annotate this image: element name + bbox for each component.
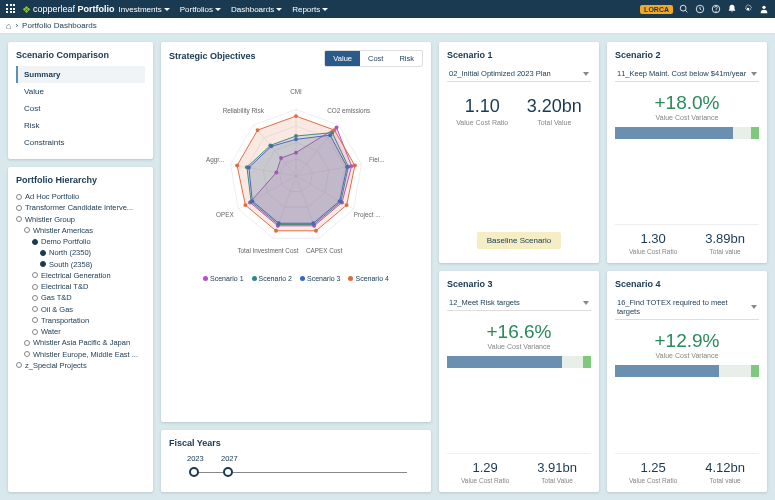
tree-node[interactable]: Ad Hoc Portfolio	[16, 191, 145, 202]
svg-point-67	[235, 164, 239, 168]
tree-node[interactable]: Whistler Europe, Middle East ...	[16, 349, 145, 360]
value-cost-variance: +16.6%	[447, 321, 591, 343]
tree-bullet-icon	[16, 194, 22, 200]
tree-bullet-icon	[40, 261, 46, 267]
chevron-down-icon	[751, 72, 757, 76]
variance-bar	[615, 127, 759, 139]
scenario-selector[interactable]: 16_Find TOTEX required to meet targets	[615, 295, 759, 320]
chevron-down-icon	[583, 72, 589, 76]
tree-node[interactable]: Electrical Generation	[16, 270, 145, 281]
total-value: 3.89bn	[705, 231, 745, 246]
scenario-selector[interactable]: 11_Keep Maint. Cost below $41m/year	[615, 66, 759, 82]
legend-item[interactable]: Scenario 4	[348, 275, 388, 282]
legend-dot-icon	[252, 276, 257, 281]
radar-chart: CMICO2 emissionsFiel...Project ...CAPEX …	[169, 71, 423, 271]
scenario-selector[interactable]: 12_Meet Risk targets	[447, 295, 591, 311]
legend-item[interactable]: Scenario 2	[252, 275, 292, 282]
gear-icon[interactable]	[743, 4, 753, 14]
svg-point-64	[314, 229, 318, 233]
variance-bar	[615, 365, 759, 377]
logo-icon: ❖	[22, 4, 31, 15]
year-slider[interactable]: 2023 2027	[169, 454, 423, 484]
tab-cost[interactable]: Cost	[360, 51, 391, 66]
chart-tabs: Value Cost Risk	[324, 50, 423, 67]
scenario-title: Scenario 3	[447, 279, 591, 289]
tree-node[interactable]: North (2350)	[16, 247, 145, 258]
legend-item[interactable]: Scenario 1	[203, 275, 243, 282]
tree-node[interactable]: Whistler Group	[16, 214, 145, 225]
user-icon[interactable]	[759, 4, 769, 14]
baseline-badge: Baseline Scenario	[477, 232, 561, 249]
portfolio-hierarchy-panel: Portfolio Hierarchy Ad Hoc PortfolioTran…	[8, 167, 153, 492]
breadcrumb: ⌂ › Portfolio Dashboards	[0, 18, 775, 34]
svg-text:Reliability Risk: Reliability Risk	[223, 107, 265, 115]
scenario-selector[interactable]: 02_Initial Optimized 2023 Plan	[447, 66, 591, 82]
menu-portfolios[interactable]: Portfolios	[180, 5, 221, 14]
svg-point-65	[274, 229, 278, 233]
tree-bullet-icon	[32, 272, 38, 278]
svg-point-62	[353, 164, 357, 168]
tab-risk[interactable]: Risk	[391, 51, 422, 66]
tree-node[interactable]: Water	[16, 326, 145, 337]
tree-bullet-icon	[16, 216, 22, 222]
scenario-card-4: Scenario 416_Find TOTEX required to meet…	[607, 271, 767, 492]
svg-point-63	[345, 203, 349, 207]
legend-dot-icon	[203, 276, 208, 281]
nav-item-constraints[interactable]: Constraints	[16, 134, 145, 151]
tree-node[interactable]: Whistler Americas	[16, 225, 145, 236]
tree-node[interactable]: z_Special Projects	[16, 360, 145, 371]
svg-point-66	[243, 203, 247, 207]
nav-item-summary[interactable]: Summary	[16, 66, 145, 83]
legend-item[interactable]: Scenario 3	[300, 275, 340, 282]
home-icon[interactable]: ⌂	[6, 21, 11, 31]
nav-item-cost[interactable]: Cost	[16, 100, 145, 117]
chevron-down-icon	[583, 301, 589, 305]
tree-bullet-icon	[32, 317, 38, 323]
breadcrumb-label[interactable]: Portfolio Dashboards	[22, 21, 97, 30]
svg-text:CAPEX Cost: CAPEX Cost	[306, 247, 343, 254]
brand-label: copperleaf Portfolio	[33, 4, 115, 14]
total-value: 3.20bn	[527, 96, 582, 117]
svg-text:OPEX: OPEX	[216, 211, 234, 218]
scenario-card-1: Scenario 102_Initial Optimized 2023 Plan…	[439, 42, 599, 263]
scenario-card-3: Scenario 312_Meet Risk targets+16.6%Valu…	[439, 271, 599, 492]
tree-node[interactable]: Transportation	[16, 315, 145, 326]
variance-bar	[447, 356, 591, 368]
nav-item-value[interactable]: Value	[16, 83, 145, 100]
menu-reports[interactable]: Reports	[292, 5, 328, 14]
help-icon[interactable]	[711, 4, 721, 14]
strategic-objectives-card: Strategic Objectives Value Cost Risk CMI…	[161, 42, 431, 422]
tree-bullet-icon	[40, 250, 46, 256]
scenario-title: Scenario 2	[615, 50, 759, 60]
user-badge[interactable]: LORCA	[640, 5, 673, 14]
tree-bullet-icon	[24, 340, 30, 346]
tree-node[interactable]: Electrical T&D	[16, 281, 145, 292]
menu-dashboards[interactable]: Dashboards	[231, 5, 282, 14]
slider-handle-from[interactable]	[189, 467, 199, 477]
svg-point-0	[680, 5, 686, 11]
tree-node[interactable]: Demo Portfolio	[16, 236, 145, 247]
svg-text:Fiel...: Fiel...	[369, 156, 385, 163]
bell-icon[interactable]	[727, 4, 737, 14]
slider-handle-to[interactable]	[223, 467, 233, 477]
tree-node[interactable]: South (2358)	[16, 259, 145, 270]
svg-point-60	[294, 114, 298, 118]
apps-icon[interactable]	[6, 4, 16, 14]
tree-bullet-icon	[16, 362, 22, 368]
tree-node[interactable]: Transformer Candidate Interve...	[16, 202, 145, 213]
value-cost-ratio: 1.29	[461, 460, 509, 475]
history-icon[interactable]	[695, 4, 705, 14]
tree-node[interactable]: Oil & Gas	[16, 304, 145, 315]
tree-node[interactable]: Gas T&D	[16, 292, 145, 303]
fiscal-title: Fiscal Years	[169, 438, 423, 448]
tree-node[interactable]: Whistler Asia Pacific & Japan	[16, 337, 145, 348]
chart-legend: Scenario 1Scenario 2Scenario 3Scenario 4	[169, 275, 423, 282]
value-cost-variance: +12.9%	[615, 330, 759, 352]
value-cost-ratio: 1.10	[456, 96, 508, 117]
nav-item-risk[interactable]: Risk	[16, 117, 145, 134]
tab-value[interactable]: Value	[325, 51, 360, 66]
scenario-card-2: Scenario 211_Keep Maint. Cost below $41m…	[607, 42, 767, 263]
menu-investments[interactable]: Investments	[119, 5, 170, 14]
tree-bullet-icon	[32, 284, 38, 290]
search-icon[interactable]	[679, 4, 689, 14]
